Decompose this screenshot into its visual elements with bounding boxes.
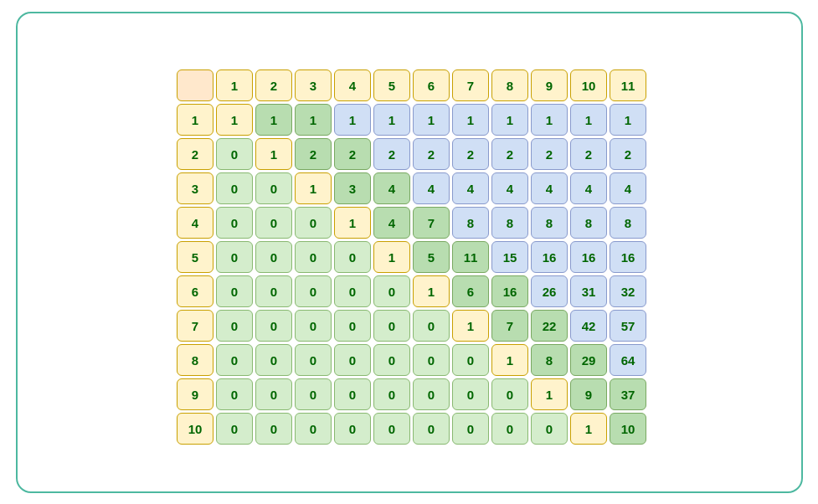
cell-r8-c7: 0	[452, 344, 489, 376]
cell-r10-c9: 0	[531, 413, 568, 445]
cell-r2-c1: 0	[216, 138, 253, 170]
cell-r6-c10: 31	[570, 275, 607, 307]
table-row: 50000151115161616	[177, 241, 646, 273]
cell-r5-c3: 0	[295, 241, 332, 273]
cell-r9-c4: 0	[334, 378, 371, 410]
cell-r1-c10: 1	[570, 104, 607, 136]
row-header-9: 9	[177, 378, 214, 410]
table-row: 700000017224257	[177, 310, 646, 342]
cell-r2-c5: 2	[373, 138, 410, 170]
cell-r7-c8: 7	[491, 310, 528, 342]
cell-r3-c6: 4	[413, 172, 450, 204]
header-col-1: 1	[216, 69, 253, 101]
header-col-11: 11	[610, 69, 646, 101]
cell-r3-c9: 4	[531, 172, 568, 204]
cell-r1-c2: 1	[255, 104, 292, 136]
cell-r5-c2: 0	[255, 241, 292, 273]
row-header-4: 4	[177, 207, 214, 239]
cell-r10-c5: 0	[373, 413, 410, 445]
cell-r2-c4: 2	[334, 138, 371, 170]
row-header-7: 7	[177, 310, 214, 342]
cell-r6-c3: 0	[295, 275, 332, 307]
table-row: 6000001616263132	[177, 275, 646, 307]
table-row: 111111111111	[177, 104, 646, 136]
cell-r4-c9: 8	[531, 207, 568, 239]
cell-r1-c4: 1	[334, 104, 371, 136]
cell-r4-c8: 8	[491, 207, 528, 239]
cell-r7-c3: 0	[295, 310, 332, 342]
header-col-5: 5	[373, 69, 410, 101]
cell-r9-c11: 37	[610, 378, 646, 410]
cell-r6-c2: 0	[255, 275, 292, 307]
cell-r1-c7: 1	[452, 104, 489, 136]
cell-r9-c1: 0	[216, 378, 253, 410]
cell-r1-c9: 1	[531, 104, 568, 136]
cell-r6-c6: 1	[413, 275, 450, 307]
cell-r8-c1: 0	[216, 344, 253, 376]
cell-r10-c11: 10	[610, 413, 646, 445]
cell-r9-c2: 0	[255, 378, 292, 410]
cell-r1-c11: 1	[610, 104, 646, 136]
cell-r4-c2: 0	[255, 207, 292, 239]
cell-r10-c10: 1	[570, 413, 607, 445]
cell-r3-c5: 4	[373, 172, 410, 204]
cell-r1-c1: 1	[216, 104, 253, 136]
cell-r5-c8: 15	[491, 241, 528, 273]
cell-r7-c4: 0	[334, 310, 371, 342]
cell-r4-c6: 7	[413, 207, 450, 239]
cell-r6-c8: 16	[491, 275, 528, 307]
cell-r6-c9: 26	[531, 275, 568, 307]
cell-r10-c2: 0	[255, 413, 292, 445]
header-row: 1234567891011	[177, 69, 646, 101]
cell-r2-c10: 2	[570, 138, 607, 170]
cell-r10-c3: 0	[295, 413, 332, 445]
cell-r2-c7: 2	[452, 138, 489, 170]
table-row: 400014788888	[177, 207, 646, 239]
cell-r3-c4: 3	[334, 172, 371, 204]
cell-r7-c6: 0	[413, 310, 450, 342]
cell-r1-c5: 1	[373, 104, 410, 136]
cell-r9-c9: 1	[531, 378, 568, 410]
cell-r4-c10: 8	[570, 207, 607, 239]
cell-r4-c1: 0	[216, 207, 253, 239]
cell-r3-c7: 4	[452, 172, 489, 204]
cell-r8-c9: 8	[531, 344, 568, 376]
row-header-3: 3	[177, 172, 214, 204]
cell-r1-c8: 1	[491, 104, 528, 136]
cell-r8-c11: 64	[610, 344, 646, 376]
cell-r6-c7: 6	[452, 275, 489, 307]
cell-r10-c6: 0	[413, 413, 450, 445]
cell-r4-c7: 8	[452, 207, 489, 239]
cell-r10-c8: 0	[491, 413, 528, 445]
data-table: 1234567891011 11111111111120122222222230…	[174, 67, 649, 447]
cell-r4-c4: 1	[334, 207, 371, 239]
row-header-2: 2	[177, 138, 214, 170]
cell-r2-c9: 2	[531, 138, 568, 170]
cell-r6-c1: 0	[216, 275, 253, 307]
cell-r3-c10: 4	[570, 172, 607, 204]
cell-r2-c8: 2	[491, 138, 528, 170]
cell-r4-c11: 8	[610, 207, 646, 239]
cell-r8-c5: 0	[373, 344, 410, 376]
cell-r5-c4: 0	[334, 241, 371, 273]
cell-r6-c11: 32	[610, 275, 646, 307]
cell-r6-c4: 0	[334, 275, 371, 307]
cell-r9-c7: 0	[452, 378, 489, 410]
cell-r3-c8: 4	[491, 172, 528, 204]
row-header-5: 5	[177, 241, 214, 273]
cell-r8-c8: 1	[491, 344, 528, 376]
row-header-6: 6	[177, 275, 214, 307]
cell-r7-c9: 22	[531, 310, 568, 342]
cell-r5-c1: 0	[216, 241, 253, 273]
cell-r7-c1: 0	[216, 310, 253, 342]
table-row: 80000000182964	[177, 344, 646, 376]
cell-r7-c2: 0	[255, 310, 292, 342]
cell-r10-c7: 0	[452, 413, 489, 445]
cell-r8-c10: 29	[570, 344, 607, 376]
cell-r7-c5: 0	[373, 310, 410, 342]
table-row: 10000000000110	[177, 413, 646, 445]
header-col-10: 10	[570, 69, 607, 101]
header-col-8: 8	[491, 69, 528, 101]
row-header-10: 10	[177, 413, 214, 445]
cell-r1-c6: 1	[413, 104, 450, 136]
